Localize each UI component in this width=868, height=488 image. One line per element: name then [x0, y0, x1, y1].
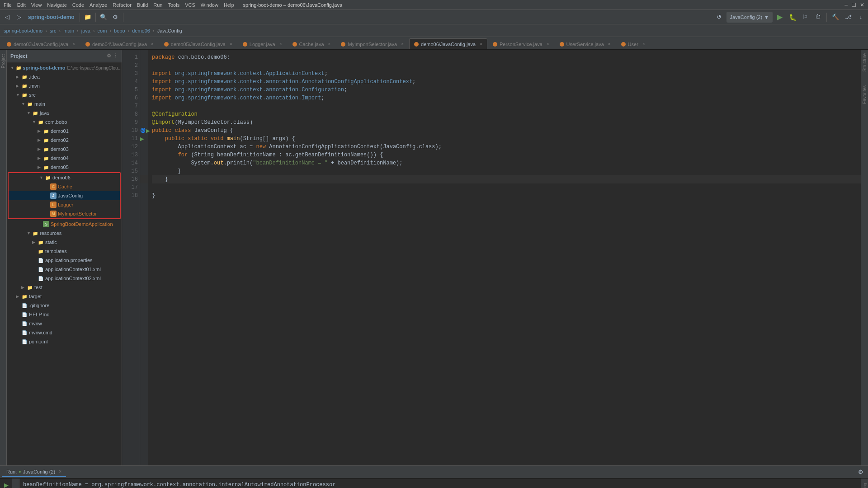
back-icon[interactable]: ◁: [2, 12, 13, 23]
build-button[interactable]: 🔨: [830, 12, 841, 23]
tree-item-target[interactable]: ▶ 📁 target: [7, 292, 122, 301]
menu-tools[interactable]: Tools: [168, 2, 179, 8]
tab-myimportselector[interactable]: MyImportSelector.java ×: [336, 38, 409, 49]
breadcrumb-spring-boot-demo[interactable]: spring-boot-demo: [4, 28, 42, 33]
event-log-label[interactable]: Event Log: [862, 480, 868, 488]
tab-close-5[interactable]: ×: [401, 42, 404, 47]
tab-cache[interactable]: Cache.java ×: [288, 38, 336, 49]
update-icon[interactable]: ↓: [855, 12, 866, 23]
menu-edit[interactable]: Edit: [17, 2, 26, 8]
menu-vcs[interactable]: VCS: [185, 2, 195, 8]
menu-view[interactable]: View: [31, 2, 42, 8]
maximize-button[interactable]: ☐: [851, 2, 856, 8]
menu-code[interactable]: Code: [72, 2, 84, 8]
tree-item-java[interactable]: ▼ 📁 java: [7, 108, 122, 117]
structure-panel-toggle[interactable]: Structure: [861, 52, 868, 74]
tree-item-resources[interactable]: ▼ 📁 resources: [7, 229, 122, 238]
tab-demo03-javaconfig[interactable]: demo03\JavaConfig.java ×: [2, 38, 80, 49]
settings-icon[interactable]: ⚙: [110, 12, 121, 23]
tree-item-javaconfig[interactable]: J JavaConfig: [9, 191, 120, 200]
tab-close-7[interactable]: ×: [547, 42, 549, 47]
menu-window[interactable]: Window: [201, 2, 218, 8]
project-panel-toggle[interactable]: Project: [0, 52, 7, 71]
run-config-dropdown-icon[interactable]: ▼: [764, 14, 769, 20]
breadcrumb-main[interactable]: main: [63, 28, 74, 33]
tree-item-main[interactable]: ▼ 📁 main: [7, 99, 122, 108]
tab-close-1[interactable]: ×: [151, 42, 154, 47]
breadcrumb-src[interactable]: src: [50, 28, 57, 33]
run-button[interactable]: ▶: [774, 12, 785, 23]
run-tab-close[interactable]: ×: [59, 469, 61, 474]
project-gear-icon[interactable]: ⋮: [113, 53, 118, 59]
project-icon[interactable]: 📁: [82, 12, 93, 23]
tab-demo04-javaconfig[interactable]: demo04\JavaConfig.java ×: [80, 38, 159, 49]
tree-item-appprops[interactable]: 📄 application.properties: [7, 256, 122, 265]
tab-close-8[interactable]: ×: [608, 42, 611, 47]
tree-item-mvn[interactable]: ▶ 📁 .mvn: [7, 81, 122, 90]
tree-item-test[interactable]: ▶ 📁 test: [7, 283, 122, 292]
tree-item-appctx01[interactable]: 📄 applicationContext01.xml: [7, 265, 122, 274]
reload-icon[interactable]: ↺: [714, 12, 725, 23]
search-icon[interactable]: 🔍: [98, 12, 109, 23]
tree-item-springbootdemo[interactable]: S SpringBootDemoApplication: [7, 220, 122, 229]
menu-refactor[interactable]: Refactor: [113, 2, 132, 8]
coverage-button[interactable]: ⚐: [800, 12, 811, 23]
tree-item-appctx02[interactable]: 📄 applicationContext02.xml: [7, 274, 122, 283]
breadcrumb-com[interactable]: com: [98, 28, 107, 33]
tab-close-6[interactable]: ×: [480, 42, 482, 47]
tree-item-demo02[interactable]: ▶ 📁 demo02: [7, 136, 122, 145]
tree-item-gitignore[interactable]: 📄 .gitignore: [7, 301, 122, 310]
tree-item-demo03[interactable]: ▶ 📁 demo03: [7, 145, 122, 154]
tree-item-myimportselector[interactable]: M MyImportSelector: [9, 209, 120, 218]
menu-run[interactable]: Run: [153, 2, 162, 8]
close-button[interactable]: ✕: [860, 2, 864, 8]
menu-bar[interactable]: File Edit View Navigate Code Analyze Ref…: [4, 2, 234, 8]
tree-item-static[interactable]: ▶ 📁 static: [7, 238, 122, 247]
tree-item-mvnw[interactable]: 📄 mvnw: [7, 319, 122, 328]
run-config-selector[interactable]: JavaConfig (2) ▼: [726, 12, 773, 23]
window-controls[interactable]: – ☐ ✕: [844, 2, 864, 8]
menu-build[interactable]: Build: [137, 2, 148, 8]
code-area[interactable]: 1 2 3 4 5 6 7 8 9 10 11 12 13 14 15 16 1…: [122, 50, 861, 465]
tree-item-pomxml[interactable]: 📄 pom.xml: [7, 337, 122, 346]
tree-item-logger[interactable]: L Logger: [9, 200, 120, 209]
tree-item-idea[interactable]: ▶ 📁 .idea: [7, 72, 122, 81]
tree-item-src[interactable]: ▼ 📁 src: [7, 90, 122, 99]
breadcrumb-demo06[interactable]: demo06: [132, 28, 150, 33]
tab-logger[interactable]: Logger.java ×: [238, 38, 287, 49]
tab-demo05-javaconfig[interactable]: demo05\JavaConfig.java ×: [159, 38, 237, 49]
forward-icon[interactable]: ▷: [14, 12, 24, 23]
tree-item-templates[interactable]: 📁 templates: [7, 247, 122, 256]
menu-navigate[interactable]: Navigate: [47, 2, 66, 8]
tree-item-helpmd[interactable]: 📄 HELP.md: [7, 310, 122, 319]
git-icon[interactable]: ⎇: [843, 12, 854, 23]
project-sync-icon[interactable]: ⚙: [107, 53, 111, 59]
minimize-button[interactable]: –: [844, 2, 848, 8]
code-content[interactable]: package com.bobo.demo06; import org.spri…: [148, 50, 861, 465]
tree-item-demo01[interactable]: ▶ 📁 demo01: [7, 127, 122, 136]
menu-file[interactable]: File: [4, 2, 12, 8]
tree-item-demo04[interactable]: ▶ 📁 demo04: [7, 154, 122, 163]
tree-item-combobo[interactable]: ▼ 📁 com.bobo: [7, 117, 122, 127]
tree-item-mvnwcmd[interactable]: 📄 mvnw.cmd: [7, 328, 122, 337]
tree-item-cache[interactable]: C Cache: [9, 182, 120, 191]
tab-close-3[interactable]: ×: [279, 42, 282, 47]
tree-item-demo05[interactable]: ▶ 📁 demo05: [7, 163, 122, 172]
tab-close-0[interactable]: ×: [72, 42, 75, 47]
tab-userservice[interactable]: UserService.java ×: [555, 38, 616, 49]
run-tab[interactable]: Run: ● JavaConfig (2) ×: [2, 467, 66, 477]
menu-analyze[interactable]: Analyze: [90, 2, 107, 8]
tree-item-demo06[interactable]: ▼ 📁 demo06: [9, 173, 120, 182]
tab-personservice[interactable]: PersonService.java ×: [488, 38, 554, 49]
bottom-settings-icon[interactable]: ⚙: [855, 467, 866, 478]
menu-help[interactable]: Help: [224, 2, 234, 8]
tab-demo06-javaconfig[interactable]: demo06\JavaConfig.java ×: [409, 38, 487, 49]
debug-button[interactable]: 🐛: [787, 12, 798, 23]
breadcrumb-java[interactable]: java: [81, 28, 90, 33]
tab-close-4[interactable]: ×: [328, 42, 331, 47]
console-output[interactable]: beanDefinitionName = org.springframework…: [19, 479, 861, 488]
tab-user[interactable]: User ×: [616, 38, 650, 49]
profile-button[interactable]: ⏱: [812, 12, 823, 23]
rerun-button[interactable]: ▶: [2, 480, 11, 488]
tab-close-9[interactable]: ×: [642, 42, 645, 47]
